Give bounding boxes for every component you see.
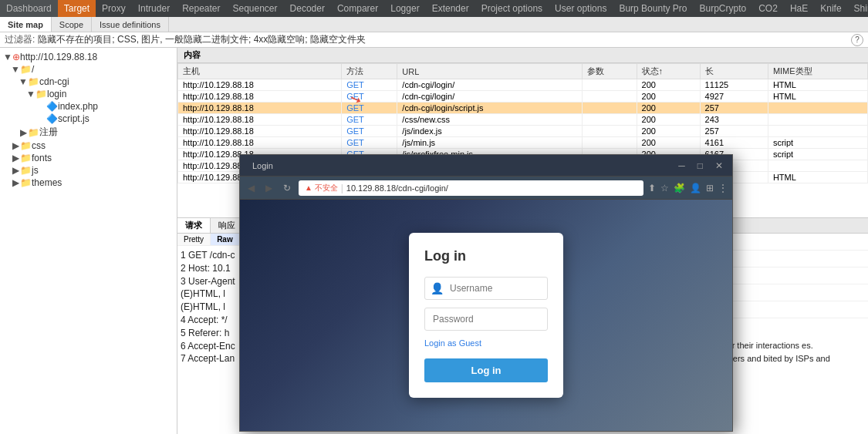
table-row[interactable]: http://10.129.88.18GET/css/new.css200243: [178, 114, 868, 126]
folder-icon: 📁: [28, 76, 39, 87]
tree-label: themes: [32, 177, 62, 188]
browser-close-button[interactable]: ✕: [712, 160, 726, 171]
browser-minimize-button[interactable]: ─: [675, 160, 688, 171]
nav-decoder[interactable]: Decoder: [284, 0, 331, 17]
tab-request[interactable]: 请求: [177, 218, 211, 233]
browser-title: Login: [252, 161, 675, 170]
nav-repeater[interactable]: Repeater: [176, 0, 226, 17]
sub-tab-pretty[interactable]: Pretty: [177, 234, 211, 245]
tree-index-php[interactable]: 🔷 index.php: [0, 100, 177, 113]
tree-label: css: [32, 140, 46, 151]
folder-icon: 📁: [20, 153, 32, 163]
folder-icon: 📁: [20, 165, 32, 176]
tab-issue-definitions[interactable]: Issue definitions: [92, 17, 169, 32]
nav-user-options[interactable]: User options: [549, 0, 613, 17]
nav-knife[interactable]: Knife: [814, 0, 847, 17]
tree-js[interactable]: ▶ 📁 js: [0, 164, 177, 177]
nav-burpcrypto[interactable]: BurpCrypto: [694, 0, 753, 17]
table-row[interactable]: http://10.129.88.18GET/js/min.js2004161s…: [178, 137, 868, 149]
tree-label: script.js: [58, 113, 90, 124]
menu-icon[interactable]: ⋮: [718, 183, 728, 193]
nav-extender[interactable]: Extender: [426, 0, 475, 17]
nav-burp-bounty[interactable]: Burp Bounty Pro: [613, 0, 693, 17]
tree-arrow: ▼: [3, 52, 12, 62]
tree-root-ip[interactable]: ▼ ⊕ http://10.129.88.18: [0, 51, 177, 63]
col-mime: MIME类型: [768, 64, 867, 79]
nav-intruder[interactable]: Intruder: [132, 0, 176, 17]
tree-arrow: ▶: [11, 153, 20, 163]
tree-arrow: ▶: [19, 127, 28, 138]
file-icon: 🔷: [46, 113, 58, 124]
login-button[interactable]: Log in: [424, 358, 548, 382]
guest-login-link[interactable]: Login as Guest: [424, 338, 548, 348]
back-button[interactable]: ◀: [245, 181, 258, 195]
help-button[interactable]: ?: [851, 34, 863, 46]
table-row[interactable]: http://10.129.88.18GET/js/index.js200257: [178, 126, 868, 137]
col-status: 状态↑: [637, 64, 700, 79]
browser-titlebar: Login ─ □ ✕: [240, 155, 732, 177]
folder-icon: 📁: [20, 177, 32, 188]
file-icon: 🔷: [46, 101, 58, 112]
tree-arrow: ▶: [11, 140, 20, 151]
filter-bar: 过滤器: 隐藏不存在的项目; CSS, 图片, 一般隐藏二进制文件; 4xx隐藏…: [0, 32, 868, 48]
sub-tab-raw[interactable]: Raw: [211, 234, 240, 245]
tab-scope[interactable]: Scope: [52, 17, 92, 32]
tree-label: fonts: [32, 153, 52, 163]
nav-sequencer[interactable]: Sequencer: [227, 0, 284, 17]
nav-shiroscan[interactable]: ShiroScan: [848, 0, 868, 17]
tree-arrow: ▶: [11, 177, 20, 188]
tree-fonts[interactable]: ▶ 📁 fonts: [0, 152, 177, 164]
tree-slash[interactable]: ▼ 📁 /: [0, 63, 177, 76]
tab-sitemap[interactable]: Site map: [0, 17, 52, 32]
table-row[interactable]: http://10.129.88.18GET/cdn-cgi/login/scr…: [178, 103, 868, 114]
tree-themes[interactable]: ▶ 📁 themes: [0, 177, 177, 189]
username-field[interactable]: 👤: [424, 277, 548, 300]
tree-label: cdn-cgi: [39, 76, 69, 87]
nav-proxy[interactable]: Proxy: [96, 0, 132, 17]
password-field[interactable]: [424, 308, 548, 331]
tree-label: login: [47, 89, 66, 99]
tree-arrow: ▼: [11, 64, 20, 75]
site-tree[interactable]: ▼ ⊕ http://10.129.88.18 ▼ 📁 / ▼ 📁 cdn-cg…: [0, 48, 177, 434]
table-row[interactable]: http://10.129.88.18GET/cdn-cgi/login/200…: [178, 91, 868, 103]
grid-icon[interactable]: ⊞: [706, 183, 714, 193]
globe-icon: ⊕: [12, 52, 20, 62]
top-navigation: Dashboard Target Proxy Intruder Repeater…: [0, 0, 868, 17]
bookmark-icon[interactable]: ☆: [660, 183, 669, 193]
tree-login[interactable]: ▼ 📁 login: [0, 88, 177, 100]
nav-target[interactable]: Target: [58, 0, 96, 17]
nav-logger[interactable]: Logger: [384, 0, 425, 17]
browser-restore-button[interactable]: □: [694, 160, 706, 171]
browser-action-icons: ⬆ ☆ 🧩 👤 ⊞ ⋮: [648, 183, 728, 193]
folder-icon: 📁: [35, 89, 47, 99]
col-method: 方法: [342, 64, 397, 79]
tree-cdn-cgi[interactable]: ▼ 📁 cdn-cgi: [0, 76, 177, 88]
second-navigation: Site map Scope Issue definitions: [0, 17, 868, 32]
nav-comparer[interactable]: Comparer: [331, 0, 384, 17]
share-icon[interactable]: ⬆: [648, 183, 656, 193]
nav-project-options[interactable]: Project options: [475, 0, 549, 17]
password-input[interactable]: [424, 308, 548, 331]
tree-comment[interactable]: ▶ 📁 注册: [0, 125, 177, 140]
tree-arrow: ▼: [19, 76, 28, 87]
address-bar[interactable]: ▲ 不安全 | 10.129.88.18/cdn-cgi/login/: [299, 180, 643, 196]
tree-css[interactable]: ▶ 📁 css: [0, 140, 177, 152]
table-row[interactable]: http://10.129.88.18GET/cdn-cgi/login/200…: [178, 79, 868, 91]
content-section-title: 内容: [177, 48, 868, 63]
profile-icon[interactable]: 👤: [690, 183, 701, 193]
browser-toolbar: ◀ ▶ ↻ ▲ 不安全 | 10.129.88.18/cdn-cgi/login…: [240, 177, 732, 200]
extensions-icon[interactable]: 🧩: [674, 183, 685, 193]
tree-script-js[interactable]: 🔷 script.js: [0, 113, 177, 125]
nav-hae[interactable]: HaE: [784, 0, 814, 17]
filter-content: 隐藏不存在的项目; CSS, 图片, 一般隐藏二进制文件; 4xx隐藏空响; 隐…: [38, 33, 366, 46]
folder-icon: 📁: [20, 140, 32, 151]
forward-button[interactable]: ▶: [262, 181, 275, 195]
address-url: 10.129.88.18/cdn-cgi/login/: [346, 183, 448, 193]
browser-window-controls: ─ □ ✕: [675, 160, 726, 171]
filter-label: 过滤器:: [5, 33, 35, 46]
nav-dashboard[interactable]: Dashboard: [0, 0, 58, 17]
refresh-button[interactable]: ↻: [280, 181, 294, 195]
security-indicator: ▲ 不安全: [305, 183, 338, 193]
browser-window[interactable]: Login ─ □ ✕ ◀ ▶ ↻ ▲ 不安全 | 10.129.88.18/c…: [239, 154, 733, 432]
nav-co2[interactable]: CO2: [752, 0, 784, 17]
